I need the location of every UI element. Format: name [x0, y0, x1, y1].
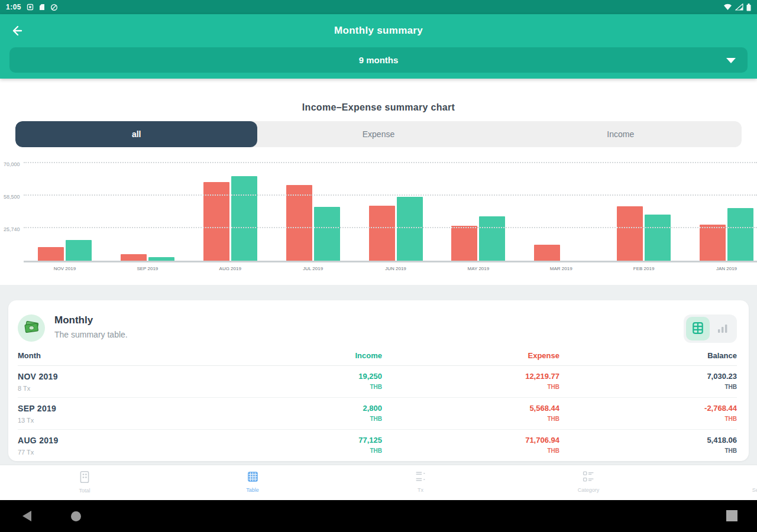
bar-expense: [534, 245, 560, 261]
bar-expense: [38, 247, 64, 261]
bar-group: JUL 2019: [286, 185, 340, 261]
nav-item-category[interactable]: Category: [562, 471, 615, 493]
notification-square-icon: [27, 4, 34, 11]
banknotes-icon: [23, 319, 40, 338]
chart-section: Income–Expense summary chart allExpenseI…: [0, 79, 757, 285]
y-axis-label: 58,500: [4, 194, 20, 200]
filter-tab-income[interactable]: Income: [500, 121, 742, 147]
gridline: [24, 194, 757, 196]
list-icon: [415, 476, 426, 485]
nav-item-table[interactable]: Table: [226, 471, 279, 493]
income-expense-bar-chart: NOV 2019SEP 2019AUG 2019JUL 2019JUN 2019…: [0, 159, 757, 280]
bar-income: [479, 216, 505, 261]
bar-group: MAR 2019: [534, 245, 588, 261]
bar-group: NOV 2019: [38, 240, 92, 261]
month-cell: NOV 20198 Tx: [18, 372, 205, 392]
bar-expense: [121, 254, 147, 261]
bar-chart-icon: [717, 322, 729, 336]
x-axis-label: AUG 2019: [203, 266, 257, 271]
x-axis-label: NOV 2019: [38, 266, 92, 271]
table-row: AUG 201977 Tx77,125THB71,706.94THB5,418.…: [18, 430, 737, 461]
y-axis-label: 25,740: [4, 226, 20, 232]
bar-expense: [203, 182, 229, 261]
summary-table: Month Income Expense Balance NOV 20198 T…: [8, 343, 749, 461]
table-view-button[interactable]: [686, 317, 710, 340]
bottom-nav: TotalTableTxCategorySettings: [0, 465, 757, 500]
back-triangle-icon[interactable]: [22, 511, 31, 521]
month-cell: SEP 201913 Tx: [18, 404, 205, 424]
bar-income: [148, 257, 174, 261]
bar-expense: [451, 226, 477, 261]
wifi-icon: [723, 4, 732, 11]
bar-group: SEP 2019: [121, 254, 174, 261]
table-grid-icon: [247, 476, 259, 485]
x-axis-label: JUL 2019: [286, 266, 340, 271]
app-header: Monthly summary 9 months: [0, 14, 757, 79]
x-axis-label: JAN 2019: [700, 266, 753, 271]
filter-tab-expense[interactable]: Expense: [257, 121, 499, 147]
battery-icon: [746, 4, 751, 11]
nav-item-settings[interactable]: Settings: [735, 471, 757, 493]
avatar: [18, 314, 45, 342]
bar-income: [314, 207, 340, 261]
android-nav-bar: [0, 500, 757, 532]
x-axis-label: SEP 2019: [121, 266, 174, 271]
range-selector[interactable]: 9 months: [9, 47, 748, 73]
sim-card-icon: [39, 4, 45, 11]
chevron-down-icon: [726, 58, 736, 63]
monthly-summary-card: Monthly The summary table. Month: [8, 300, 749, 461]
bar-expense: [369, 206, 395, 261]
card-title: Monthly: [54, 314, 684, 326]
table-grid-icon: [691, 322, 704, 336]
table-row: SEP 201913 Tx2,800THB5,568.44THB-2,768.4…: [18, 398, 737, 430]
bar-income: [66, 240, 92, 261]
month-cell: AUG 201977 Tx: [18, 436, 205, 456]
bar-group: MAY 2019: [451, 216, 505, 261]
home-circle-icon[interactable]: [71, 511, 81, 521]
table-header: Month Income Expense Balance: [18, 351, 737, 366]
bar-group: FEB 2019: [617, 206, 671, 261]
card-subtitle: The summary table.: [54, 330, 684, 339]
chart-filter-tabs: allExpenseIncome: [15, 121, 742, 147]
category-icon: [582, 476, 595, 485]
column-header-month: Month: [18, 351, 205, 360]
x-axis-label: FEB 2019: [617, 266, 671, 271]
chart-view-button[interactable]: [711, 317, 735, 340]
bar-income: [397, 197, 423, 261]
page-title: Monthly summary: [9, 25, 748, 37]
column-header-balance: Balance: [559, 351, 737, 360]
x-axis-label: JUN 2019: [369, 266, 423, 271]
x-axis-label: MAY 2019: [451, 266, 505, 271]
filter-tab-all[interactable]: all: [15, 121, 257, 147]
calculator-icon: [79, 476, 90, 485]
back-button[interactable]: [9, 22, 33, 40]
cell-signal-icon: [735, 4, 743, 11]
nav-item-tx[interactable]: Tx: [394, 471, 447, 493]
bar-expense: [617, 206, 643, 261]
bar-expense: [700, 225, 726, 261]
app-screen: 1:05 M: [0, 0, 757, 532]
table-row: NOV 20198 Tx19,250THB12,219.77THB7,030.2…: [18, 366, 737, 398]
bar-group: AUG 2019: [203, 176, 257, 261]
bar-expense: [286, 185, 312, 261]
nav-item-total[interactable]: Total: [58, 471, 111, 494]
bar-income: [727, 208, 753, 261]
arrow-left-icon: [9, 24, 24, 40]
bar-group: JAN 2019: [700, 208, 753, 261]
column-header-income: Income: [205, 351, 382, 360]
recents-square-icon[interactable]: [726, 510, 737, 521]
y-axis-label: 70,000: [4, 161, 20, 167]
bar-group: JUN 2019: [369, 197, 423, 261]
bar-income: [645, 215, 671, 261]
status-bar: 1:05: [0, 0, 757, 14]
gridline: [24, 162, 757, 163]
bar-income: [231, 176, 257, 261]
data-saver-icon: [50, 4, 58, 11]
chart-title: Income–Expense summary chart: [0, 102, 757, 113]
view-toggle: [684, 314, 737, 343]
x-axis-label: MAR 2019: [534, 266, 588, 271]
column-header-expense: Expense: [382, 351, 559, 360]
status-time: 1:05: [6, 3, 21, 11]
range-selector-value: 9 months: [359, 55, 399, 65]
gridline: [24, 227, 757, 228]
